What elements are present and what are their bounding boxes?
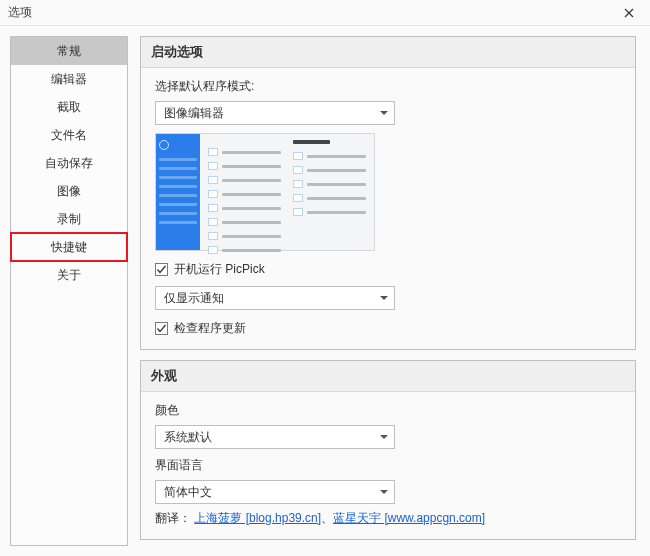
chevron-down-icon bbox=[380, 435, 388, 439]
sidebar-item-label: 编辑器 bbox=[51, 71, 87, 88]
check-updates-checkbox[interactable] bbox=[155, 322, 168, 335]
sidebar-item-editor[interactable]: 编辑器 bbox=[11, 65, 127, 93]
mode-value: 图像编辑器 bbox=[164, 105, 224, 122]
sidebar-item-label: 快捷键 bbox=[51, 239, 87, 256]
lang-value: 简体中文 bbox=[164, 484, 212, 501]
check-icon bbox=[156, 323, 167, 334]
color-value: 系统默认 bbox=[164, 429, 212, 446]
color-select[interactable]: 系统默认 bbox=[155, 425, 395, 449]
check-icon bbox=[156, 264, 167, 275]
separator: 、 bbox=[321, 511, 333, 525]
titlebar: 选项 bbox=[0, 0, 650, 26]
sidebar-item-label: 关于 bbox=[57, 267, 81, 284]
sidebar-item-label: 录制 bbox=[57, 211, 81, 228]
lang-label: 界面语言 bbox=[155, 457, 621, 474]
main-layout: 常规 编辑器 截取 文件名 自动保存 图像 录制 快捷键 关于 启动选项 选择默… bbox=[0, 26, 650, 556]
translator-link-2[interactable]: 蓝星天宇 [www.appcgn.com] bbox=[333, 511, 485, 525]
sidebar-item-autosave[interactable]: 自动保存 bbox=[11, 149, 127, 177]
run-on-startup-row: 开机运行 PicPick bbox=[155, 261, 621, 278]
mode-select[interactable]: 图像编辑器 bbox=[155, 101, 395, 125]
sidebar-item-image[interactable]: 图像 bbox=[11, 177, 127, 205]
appearance-panel-title: 外观 bbox=[141, 361, 635, 392]
sidebar-item-general[interactable]: 常规 bbox=[11, 37, 127, 65]
check-updates-label: 检查程序更新 bbox=[174, 320, 246, 337]
check-updates-row: 检查程序更新 bbox=[155, 320, 621, 337]
close-icon bbox=[624, 8, 634, 18]
translate-prefix: 翻译： bbox=[155, 511, 191, 525]
close-button[interactable] bbox=[608, 0, 650, 26]
run-on-startup-label: 开机运行 PicPick bbox=[174, 261, 265, 278]
translate-credit: 翻译： 上海菠萝 [blog.hp39.cn]、蓝星天宇 [www.appcgn… bbox=[155, 510, 621, 527]
mode-label: 选择默认程序模式: bbox=[155, 78, 621, 95]
sidebar-item-label: 图像 bbox=[57, 183, 81, 200]
translator-link-1[interactable]: 上海菠萝 [blog.hp39.cn] bbox=[194, 511, 321, 525]
appearance-panel: 外观 颜色 系统默认 界面语言 简体中文 翻译： 上海菠萝 [blog.hp39… bbox=[140, 360, 636, 540]
chevron-down-icon bbox=[380, 296, 388, 300]
startup-panel: 启动选项 选择默认程序模式: 图像编辑器 bbox=[140, 36, 636, 350]
lang-select[interactable]: 简体中文 bbox=[155, 480, 395, 504]
sidebar-item-label: 常规 bbox=[57, 43, 81, 60]
startup-panel-title: 启动选项 bbox=[141, 37, 635, 68]
notify-value: 仅显示通知 bbox=[164, 290, 224, 307]
preview-sidebar bbox=[156, 134, 200, 250]
content: 启动选项 选择默认程序模式: 图像编辑器 bbox=[140, 36, 636, 546]
color-label: 颜色 bbox=[155, 402, 621, 419]
window-title: 选项 bbox=[8, 4, 32, 21]
notify-select[interactable]: 仅显示通知 bbox=[155, 286, 395, 310]
sidebar-item-label: 自动保存 bbox=[45, 155, 93, 172]
sidebar-item-filename[interactable]: 文件名 bbox=[11, 121, 127, 149]
sidebar-item-hotkey[interactable]: 快捷键 bbox=[11, 233, 127, 261]
run-on-startup-checkbox[interactable] bbox=[155, 263, 168, 276]
chevron-down-icon bbox=[380, 490, 388, 494]
sidebar-item-label: 截取 bbox=[57, 99, 81, 116]
sidebar-item-about[interactable]: 关于 bbox=[11, 261, 127, 289]
sidebar-item-capture[interactable]: 截取 bbox=[11, 93, 127, 121]
sidebar: 常规 编辑器 截取 文件名 自动保存 图像 录制 快捷键 关于 bbox=[10, 36, 128, 546]
preview-main bbox=[200, 134, 374, 250]
sidebar-item-record[interactable]: 录制 bbox=[11, 205, 127, 233]
mode-preview bbox=[155, 133, 375, 251]
chevron-down-icon bbox=[380, 111, 388, 115]
sidebar-item-label: 文件名 bbox=[51, 127, 87, 144]
